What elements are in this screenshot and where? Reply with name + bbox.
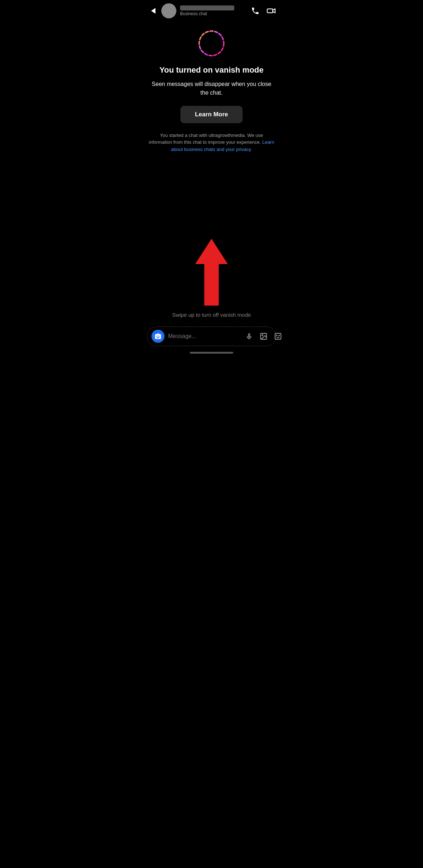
call-button[interactable]	[250, 6, 260, 16]
header-actions	[250, 6, 276, 16]
svg-point-5	[262, 335, 263, 336]
vanish-subtitle: Seen messages will disappear when you cl…	[150, 80, 273, 97]
image-icon	[260, 332, 268, 340]
svg-point-8	[279, 335, 279, 336]
video-icon	[266, 6, 276, 16]
vanish-title: You turned on vanish mode	[159, 65, 264, 75]
username-label	[180, 5, 234, 10]
swipe-up-arrow-icon	[188, 235, 235, 307]
home-indicator	[141, 352, 282, 357]
sticker-button[interactable]	[273, 331, 282, 341]
privacy-notice: You started a chat with ultragrowthmedia…	[148, 132, 275, 153]
input-actions	[244, 331, 282, 341]
svg-marker-1	[273, 9, 275, 13]
microphone-icon	[245, 332, 253, 340]
avatar-image	[161, 3, 176, 18]
chat-messages-area	[141, 156, 282, 228]
camera-icon	[154, 333, 162, 340]
back-chevron-icon	[151, 8, 155, 14]
phone-icon	[251, 7, 260, 15]
privacy-text: You started a chat with ultragrowthmedia…	[149, 133, 263, 145]
avatar[interactable]	[161, 3, 176, 18]
sticker-icon	[274, 332, 282, 340]
svg-rect-6	[275, 333, 281, 340]
svg-rect-0	[267, 9, 273, 13]
privacy-period: .	[251, 147, 252, 152]
microphone-button[interactable]	[244, 331, 254, 341]
message-input-bar	[147, 327, 276, 346]
vanish-mode-info: You turned on vanish mode Seen messages …	[141, 22, 282, 156]
message-input[interactable]	[168, 333, 240, 340]
swipe-label: Swipe up to turn off vanish mode	[172, 312, 251, 318]
svg-point-2	[199, 31, 224, 56]
chat-header: Business chat	[141, 0, 282, 22]
swipe-instruction-area: Swipe up to turn off vanish mode	[141, 228, 282, 324]
vanish-mode-icon	[197, 29, 226, 58]
image-button[interactable]	[258, 331, 269, 341]
camera-button[interactable]	[151, 330, 164, 343]
chat-type-label: Business chat	[180, 11, 250, 16]
svg-point-7	[277, 335, 277, 336]
svg-marker-3	[195, 239, 228, 306]
home-bar	[190, 352, 233, 354]
header-user-info: Business chat	[180, 5, 250, 16]
back-button[interactable]	[147, 4, 160, 17]
learn-more-button[interactable]: Learn More	[180, 106, 243, 123]
video-call-button[interactable]	[266, 6, 276, 16]
